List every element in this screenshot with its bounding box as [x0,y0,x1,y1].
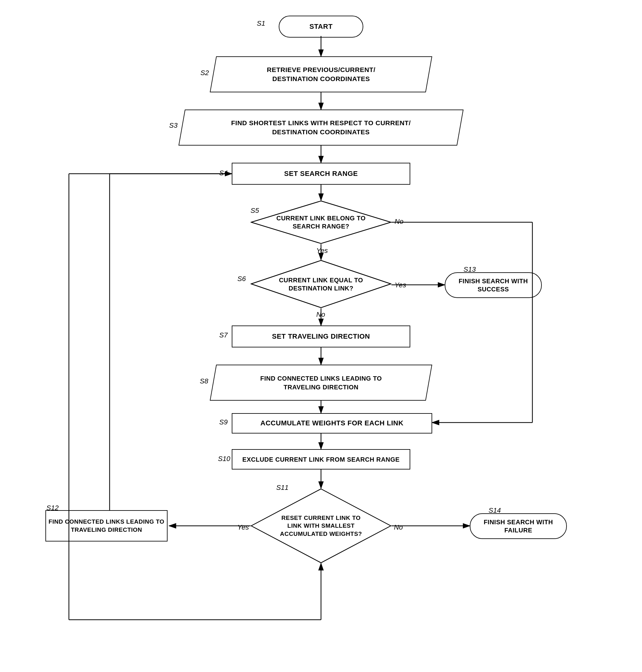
s13-success: FINISH SEARCH WITHSUCCESS [445,272,542,298]
s1-label: S1 [257,19,265,28]
s11-label: S11 [276,484,288,492]
s5-no-label: No [395,218,403,226]
s7-set-traveling: SET TRAVELING DIRECTION [232,326,410,347]
s6-no-label: No [316,311,325,319]
s5-yes-label: Yes [316,247,328,255]
s3-find-shortest: FIND SHORTEST LINKS WITH RESPECT TO CURR… [179,109,463,146]
s12-find-connected: FIND CONNECTED LINKS LEADING TOTRAVELING… [46,510,168,541]
s10-label: S10 [218,455,230,463]
s11-yes-label: Yes [237,523,249,531]
s5-diamond-container: CURRENT LINK BELONG TOSEARCH RANGE? [251,200,391,244]
s3-label: S3 [169,121,178,130]
s12-label: S12 [46,504,59,512]
flowchart-diagram: START S1 RETRIEVE PREVIOUS/CURRENT/DESTI… [0,0,642,672]
s6-yes-label: Yes [395,281,406,289]
s7-label: S7 [219,331,228,339]
s10-exclude: EXCLUDE CURRENT LINK FROM SEARCH RANGE [232,449,410,470]
s4-label: S4 [219,169,228,177]
s14-label: S14 [489,506,501,515]
s6-diamond-container: CURRENT LINK EQUAL TODESTINATION LINK? [251,260,391,308]
s13-label: S13 [463,265,476,274]
s2-label: S2 [201,69,209,77]
s1-start: START [279,16,363,38]
s2-retrieve: RETRIEVE PREVIOUS/CURRENT/DESTINATION CO… [210,56,432,92]
s11-diamond-container: RESET CURRENT LINK TOLINK WITH SMALLESTA… [251,488,391,563]
s8-label: S8 [200,377,208,385]
s8-find-connected: FIND CONNECTED LINKS LEADING TOTRAVELING… [210,365,432,400]
s11-no-label: No [394,523,403,531]
s5-label: S5 [251,207,259,215]
s9-label: S9 [219,418,228,426]
s14-failure: FINISH SEARCH WITHFAILURE [470,513,567,539]
s6-label: S6 [237,275,246,283]
s4-set-search-range: SET SEARCH RANGE [232,163,410,185]
s9-accumulate: ACCUMULATE WEIGHTS FOR EACH LINK [232,413,432,434]
